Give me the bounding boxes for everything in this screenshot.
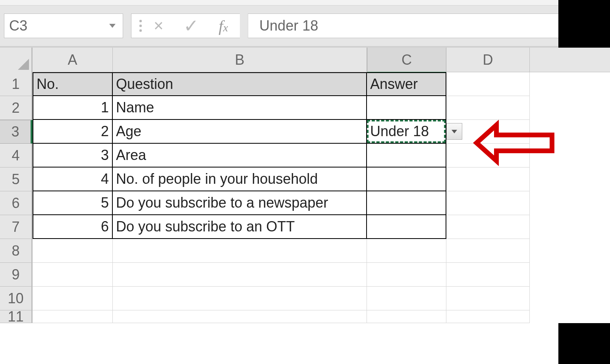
- cell-C11[interactable]: [367, 310, 446, 323]
- cell-value: Under 18: [370, 123, 429, 140]
- cell-C10[interactable]: [367, 287, 446, 310]
- grid-row: 11: [0, 310, 610, 323]
- row-header[interactable]: 6: [0, 191, 33, 215]
- cell-B1[interactable]: Question: [113, 72, 367, 96]
- cell-D11[interactable]: [446, 310, 530, 323]
- cell-C6[interactable]: [367, 191, 446, 215]
- row-header[interactable]: 5: [0, 168, 33, 191]
- cell-B8[interactable]: [113, 239, 367, 263]
- grid-row: 8: [0, 239, 610, 263]
- cell-A4[interactable]: 3: [33, 144, 113, 168]
- cell-A3[interactable]: 2: [33, 120, 113, 144]
- spreadsheet-grid[interactable]: A B C D 1 No. Question Answer 2 1 Name 3…: [0, 48, 610, 323]
- grid-row: 7 6 Do you subscribe to an OTT: [0, 215, 610, 239]
- cell-A11[interactable]: [33, 310, 113, 323]
- grid-row: 2 1 Name: [0, 96, 610, 120]
- cell-C7[interactable]: [367, 215, 446, 239]
- arrow-annotation-icon: [473, 119, 556, 167]
- name-box[interactable]: C3: [4, 13, 123, 38]
- cell-C3[interactable]: Under 18: [367, 120, 446, 144]
- row-header[interactable]: 7: [0, 215, 33, 239]
- cell-C1[interactable]: Answer: [367, 72, 446, 96]
- formula-value: Under 18: [259, 17, 318, 34]
- cell-C5[interactable]: [367, 168, 446, 191]
- cell-D6[interactable]: [446, 191, 530, 215]
- select-all-button[interactable]: [0, 48, 33, 72]
- cell-D9[interactable]: [446, 263, 530, 287]
- cell-A9[interactable]: [33, 263, 113, 287]
- cell-D7[interactable]: [446, 215, 530, 239]
- cell-A2[interactable]: 1: [33, 96, 113, 120]
- grid-row: 1 No. Question Answer: [0, 72, 610, 96]
- cell-C9[interactable]: [367, 263, 446, 287]
- cell-A1[interactable]: No.: [33, 72, 113, 96]
- cell-C4[interactable]: [367, 144, 446, 168]
- cell-A10[interactable]: [33, 287, 113, 310]
- cell-B11[interactable]: [113, 310, 367, 323]
- column-headers-row: A B C D: [0, 48, 610, 72]
- cell-B5[interactable]: No. of people in your household: [113, 168, 367, 191]
- row-header[interactable]: 4: [0, 144, 33, 168]
- col-header-C[interactable]: C: [367, 48, 446, 73]
- cell-A7[interactable]: 6: [33, 215, 113, 239]
- cell-A5[interactable]: 4: [33, 168, 113, 191]
- expand-handle-icon[interactable]: [139, 20, 142, 32]
- formula-input[interactable]: Under 18: [248, 13, 606, 38]
- confirm-icon[interactable]: ✓: [183, 15, 199, 37]
- name-box-value: C3: [9, 17, 27, 34]
- cell-D2[interactable]: [446, 96, 530, 120]
- cell-B3[interactable]: Age: [113, 120, 367, 144]
- cell-B2[interactable]: Name: [113, 96, 367, 120]
- cell-B10[interactable]: [113, 287, 367, 310]
- grid-row: 10: [0, 287, 610, 310]
- cancel-icon[interactable]: ×: [154, 16, 164, 35]
- cell-D5[interactable]: [446, 168, 530, 191]
- cell-D10[interactable]: [446, 287, 530, 310]
- col-header-D[interactable]: D: [446, 48, 530, 72]
- formula-bar: C3 × ✓ fx Under 18: [0, 6, 610, 48]
- col-header-B[interactable]: B: [113, 48, 367, 72]
- cell-B6[interactable]: Do you subscribe to a newspaper: [113, 191, 367, 215]
- row-header[interactable]: 8: [0, 239, 33, 263]
- cell-D8[interactable]: [446, 239, 530, 263]
- cell-C2[interactable]: [367, 96, 446, 120]
- ribbon-edge: [0, 0, 610, 6]
- row-header[interactable]: 3: [0, 120, 33, 144]
- grid-row: 5 4 No. of people in your household: [0, 168, 610, 191]
- chevron-down-icon[interactable]: [109, 24, 116, 28]
- fx-icon[interactable]: fx: [219, 17, 228, 35]
- cell-A6[interactable]: 5: [33, 191, 113, 215]
- cell-C8[interactable]: [367, 239, 446, 263]
- row-header[interactable]: 2: [0, 96, 33, 120]
- cell-B7[interactable]: Do you subscribe to an OTT: [113, 215, 367, 239]
- formula-controls: × ✓ fx: [131, 13, 240, 38]
- data-validation-dropdown-button[interactable]: [446, 123, 462, 140]
- col-header-A[interactable]: A: [33, 48, 113, 72]
- cell-B4[interactable]: Area: [113, 144, 367, 168]
- cell-D1[interactable]: [446, 72, 530, 96]
- row-header[interactable]: 10: [0, 287, 33, 310]
- grid-row: 6 5 Do you subscribe to a newspaper: [0, 191, 610, 215]
- grid-row: 9: [0, 263, 610, 287]
- row-header[interactable]: 9: [0, 263, 33, 287]
- cell-A8[interactable]: [33, 239, 113, 263]
- cell-B9[interactable]: [113, 263, 367, 287]
- row-header[interactable]: 1: [0, 72, 33, 96]
- row-header[interactable]: 11: [0, 310, 33, 323]
